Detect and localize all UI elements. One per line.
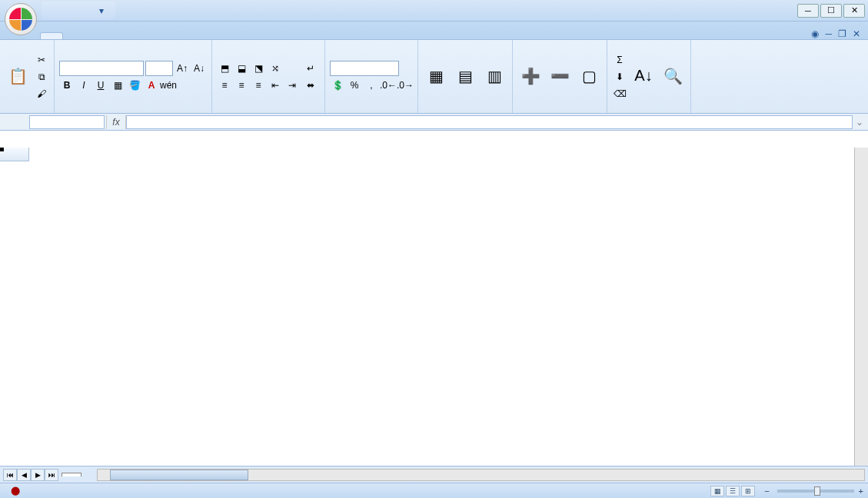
border-icon[interactable]: ▦ (110, 78, 125, 93)
currency-icon[interactable]: 💲 (330, 78, 345, 93)
clear-icon[interactable]: ⌫ (612, 86, 627, 101)
group-label (217, 110, 320, 111)
tab-review[interactable] (149, 33, 171, 39)
maximize-button[interactable]: ☐ (820, 4, 842, 18)
dec-dec-icon[interactable]: .0→ (397, 78, 413, 93)
sheet-bar: ⏮ ◀ ▶ ⏭ (0, 466, 868, 483)
sheet-prev-icon[interactable]: ◀ (17, 469, 31, 481)
copy-icon[interactable]: ⧉ (34, 69, 49, 85)
sheet-last-icon[interactable]: ⏭ (45, 469, 58, 481)
tab-insert[interactable] (63, 33, 85, 39)
grid[interactable] (0, 148, 868, 466)
cond-format-button[interactable]: ▦ (423, 65, 449, 89)
view-layout-icon[interactable]: ☰ (726, 486, 740, 496)
formula-input[interactable] (126, 115, 853, 129)
group-cells: ➕ ➖ ▢ (513, 40, 607, 113)
office-button[interactable] (5, 3, 37, 35)
shrink-font-icon[interactable]: A↓ (191, 61, 207, 76)
font-color-icon[interactable]: A (144, 78, 159, 93)
save-icon[interactable] (49, 5, 62, 17)
hscroll-thumb[interactable] (110, 470, 248, 480)
select-all-corner[interactable] (0, 148, 29, 161)
underline-icon[interactable]: U (93, 78, 108, 93)
close-button[interactable]: ✕ (843, 4, 865, 18)
group-number: 💲 % , .0← .0→ (325, 40, 418, 113)
comma-icon[interactable]: , (364, 78, 379, 93)
group-font: A↑ A↓ B I U ▦ 🪣 A wén (55, 40, 212, 113)
bold-icon[interactable]: B (59, 78, 75, 93)
sheet-tab[interactable] (62, 473, 81, 476)
sort-button[interactable]: A↓ (630, 65, 657, 89)
zoom-slider[interactable] (777, 490, 854, 493)
view-break-icon[interactable]: ⊞ (741, 486, 755, 496)
merge-icon[interactable]: ⬌ (303, 78, 318, 93)
indent-inc-icon[interactable]: ⇥ (284, 78, 300, 93)
undo-icon[interactable] (65, 5, 77, 17)
zoom-in-icon[interactable]: + (859, 486, 863, 496)
formula-bar: fx ⌄ (0, 114, 868, 131)
vertical-scrollbar[interactable] (854, 148, 868, 466)
quick-access-toolbar: ▾ (42, 2, 115, 20)
percent-icon[interactable]: % (347, 78, 362, 93)
wrap-icon[interactable]: ↵ (303, 61, 318, 76)
view-normal-icon[interactable]: ▦ (710, 486, 724, 496)
tab-view[interactable] (171, 33, 192, 39)
sheet-first-icon[interactable]: ⏮ (3, 469, 17, 481)
help-icon[interactable]: ◉ (811, 28, 819, 39)
ribbon-min-icon[interactable]: ─ (825, 28, 832, 39)
ribbon-restore-icon[interactable]: ❐ (838, 28, 846, 39)
sheet-next-icon[interactable]: ▶ (31, 469, 45, 481)
align-bot-icon[interactable]: ⬔ (251, 61, 266, 76)
format-button[interactable]: ▢ (576, 65, 602, 89)
font-name-combo[interactable] (59, 61, 144, 76)
orientation-icon[interactable]: ⤭ (268, 61, 283, 76)
indent-dec-icon[interactable]: ⇤ (268, 78, 283, 93)
group-label (5, 110, 49, 111)
group-label (517, 110, 602, 111)
format-painter-icon[interactable]: 🖌 (34, 86, 49, 101)
align-mid-icon[interactable]: ⬓ (234, 61, 249, 76)
delete-button[interactable]: ➖ (547, 65, 573, 89)
number-format-combo[interactable] (330, 61, 399, 76)
sum-icon[interactable]: Σ (612, 52, 627, 68)
tab-data[interactable] (128, 33, 149, 39)
group-label (423, 110, 507, 111)
group-align: ⬒ ⬓ ⬔ ⤭ ≡ ≡ ≡ ⇤ ⇥ ↵ ⬌ (212, 40, 325, 113)
paste-button[interactable]: 📋 (5, 65, 31, 89)
grid-cells[interactable] (29, 161, 854, 452)
align-center-icon[interactable]: ≡ (234, 78, 249, 93)
zoom-thumb[interactable] (814, 486, 820, 496)
zoom-out-icon[interactable]: − (764, 486, 769, 496)
tab-dev[interactable] (192, 33, 214, 39)
tab-layout[interactable] (85, 33, 106, 39)
fill-color-icon[interactable]: 🪣 (127, 78, 142, 93)
group-label (59, 110, 207, 111)
group-label (330, 110, 413, 111)
insert-button[interactable]: ➕ (517, 65, 544, 89)
expand-formula-icon[interactable]: ⌄ (856, 117, 868, 128)
find-button[interactable]: 🔍 (660, 65, 686, 89)
table-format-button[interactable]: ▤ (452, 65, 478, 89)
align-top-icon[interactable]: ⬒ (217, 61, 232, 76)
align-right-icon[interactable]: ≡ (251, 78, 266, 93)
qat-dropdown-icon[interactable]: ▾ (95, 5, 108, 17)
ribbon-close-icon[interactable]: ✕ (853, 28, 860, 39)
cell-style-button[interactable]: ▥ (481, 65, 507, 89)
grow-font-icon[interactable]: A↑ (175, 61, 190, 76)
fx-button[interactable]: fx (106, 115, 126, 129)
group-edit: Σ ⬇ ⌫ A↓ 🔍 (607, 40, 691, 113)
minimize-button[interactable]: ─ (797, 4, 819, 18)
name-box[interactable] (29, 115, 105, 129)
phonetic-icon[interactable]: wén (161, 78, 176, 93)
align-left-icon[interactable]: ≡ (217, 78, 232, 93)
ribbon-tabs: ◉ ─ ❐ ✕ (0, 22, 868, 40)
redo-icon[interactable] (80, 5, 92, 17)
horizontal-scrollbar[interactable] (97, 469, 865, 481)
tab-home[interactable] (40, 32, 63, 39)
italic-icon[interactable]: I (76, 78, 91, 93)
cut-icon[interactable]: ✂ (34, 52, 49, 68)
tab-formula[interactable] (106, 33, 128, 39)
font-size-combo[interactable] (145, 61, 173, 76)
fill-icon[interactable]: ⬇ (612, 69, 627, 85)
inc-dec-icon[interactable]: .0← (381, 78, 396, 93)
